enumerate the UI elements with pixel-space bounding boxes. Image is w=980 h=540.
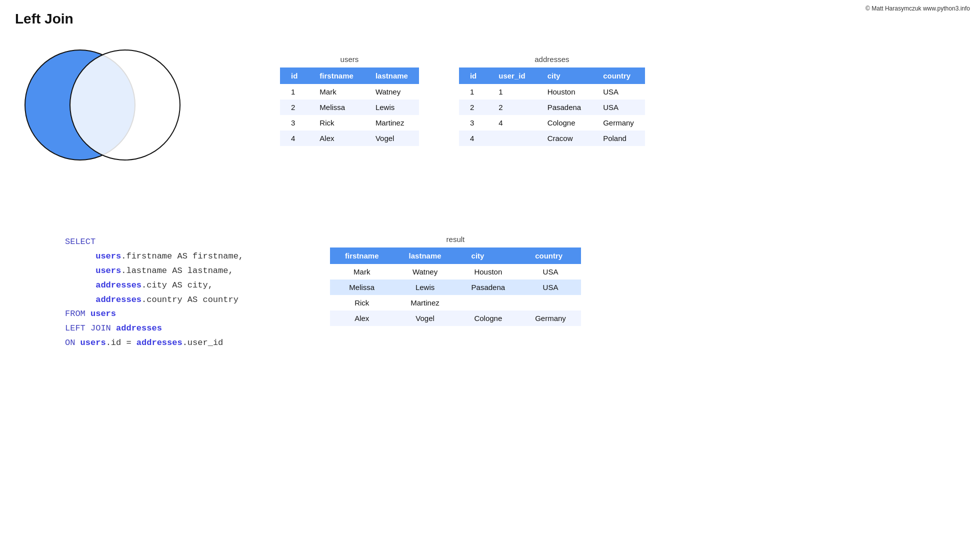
table-cell: Pasadena (536, 100, 592, 115)
table-cell: 2 (459, 100, 488, 115)
result-area: result firstname lastname city country M… (330, 235, 581, 326)
svg-point-1 (70, 50, 180, 160)
result-label: result (446, 235, 465, 244)
sql-users-ref-1: users (96, 252, 121, 261)
table-cell: Lewis (394, 280, 456, 295)
table-cell: Martinez (394, 295, 456, 310)
sql-on-id: .id = (106, 338, 136, 348)
table-cell: 4 (488, 115, 536, 130)
sql-join-addresses: addresses (116, 324, 162, 333)
table-cell: 1 (459, 84, 488, 100)
result-col-firstname: firstname (330, 248, 394, 264)
sql-users-ref-2: users (96, 266, 121, 276)
sql-addresses-ref-2: addresses (96, 295, 142, 304)
addr-col-id: id (459, 68, 488, 84)
table-cell: Mark (330, 264, 394, 280)
table-cell: Houston (456, 264, 520, 280)
sql-on-kw: ON (65, 338, 75, 348)
sql-city-field: .city AS city, (142, 280, 213, 290)
page-title: Left Join (0, 0, 980, 32)
table-cell: 3 (280, 115, 308, 130)
table-cell: Rick (330, 295, 394, 310)
table-cell: Lewis (364, 100, 419, 115)
table-cell: Rick (308, 115, 364, 130)
table-cell: Germany (592, 115, 645, 130)
addr-col-city: city (536, 68, 592, 84)
table-cell: Mark (308, 84, 364, 100)
table-cell: Melissa (330, 280, 394, 295)
sql-on-user-id: .user_id (182, 338, 224, 348)
addresses-table-label: addresses (534, 55, 569, 64)
tables-top-area: users id firstname lastname 1MarkWatney2… (280, 55, 645, 146)
table-cell: USA (520, 280, 581, 295)
table-cell: Alex (330, 310, 394, 326)
addr-col-user-id: user_id (488, 68, 536, 84)
table-cell: 2 (280, 100, 308, 115)
sql-code: SELECT users.firstname AS firstname, use… (65, 235, 244, 350)
table-cell: Cologne (456, 310, 520, 326)
sql-from-kw: FROM (65, 309, 86, 318)
addr-col-country: country (592, 68, 645, 84)
table-cell: Vogel (364, 130, 419, 146)
table-cell: USA (520, 264, 581, 280)
table-cell: Germany (520, 310, 581, 326)
sql-leftjoin-kw: LEFT JOIN (65, 324, 111, 333)
table-cell: Houston (536, 84, 592, 100)
table-cell: 4 (280, 130, 308, 146)
table-cell: Alex (308, 130, 364, 146)
sql-on-addresses: addresses (136, 338, 182, 348)
table-cell: Cologne (536, 115, 592, 130)
result-col-lastname: lastname (394, 248, 456, 264)
users-table-label: users (340, 55, 359, 64)
table-cell: Watney (364, 84, 419, 100)
table-cell: 1 (280, 84, 308, 100)
sql-lastname-field: .lastname AS lastname, (121, 266, 233, 276)
table-cell: 3 (459, 115, 488, 130)
sql-select-kw: SELECT (65, 237, 96, 246)
result-table: firstname lastname city country MarkWatn… (330, 248, 581, 326)
table-cell (488, 130, 536, 146)
users-col-id: id (280, 68, 308, 84)
table-cell: 1 (488, 84, 536, 100)
table-cell: USA (592, 100, 645, 115)
table-cell: 4 (459, 130, 488, 146)
users-table: id firstname lastname 1MarkWatney2Meliss… (280, 68, 419, 146)
venn-diagram (15, 35, 185, 175)
users-col-lastname: lastname (364, 68, 419, 84)
result-col-country: country (520, 248, 581, 264)
table-cell: Watney (394, 264, 456, 280)
users-table-container: users id firstname lastname 1MarkWatney2… (280, 55, 419, 146)
table-cell: Martinez (364, 115, 419, 130)
table-cell: Cracow (536, 130, 592, 146)
table-cell: 2 (488, 100, 536, 115)
table-cell: USA (592, 84, 645, 100)
table-cell (456, 295, 520, 310)
addresses-table-container: addresses id user_id city country 11Hous… (459, 55, 645, 146)
sql-from-users: users (90, 309, 116, 318)
table-cell: Melissa (308, 100, 364, 115)
users-col-firstname: firstname (308, 68, 364, 84)
sql-firstname-field: .firstname AS firstname, (121, 252, 244, 261)
table-cell: Pasadena (456, 280, 520, 295)
sql-addresses-ref-1: addresses (96, 280, 142, 290)
table-cell: Poland (592, 130, 645, 146)
addresses-table: id user_id city country 11HoustonUSA22Pa… (459, 68, 645, 146)
result-col-city: city (456, 248, 520, 264)
table-cell: Vogel (394, 310, 456, 326)
sql-country-field: .country AS country (142, 295, 238, 304)
copyright-text: © Matt Harasymczuk www.python3.info (866, 5, 970, 12)
table-cell (520, 295, 581, 310)
sql-on-users: users (80, 338, 106, 348)
